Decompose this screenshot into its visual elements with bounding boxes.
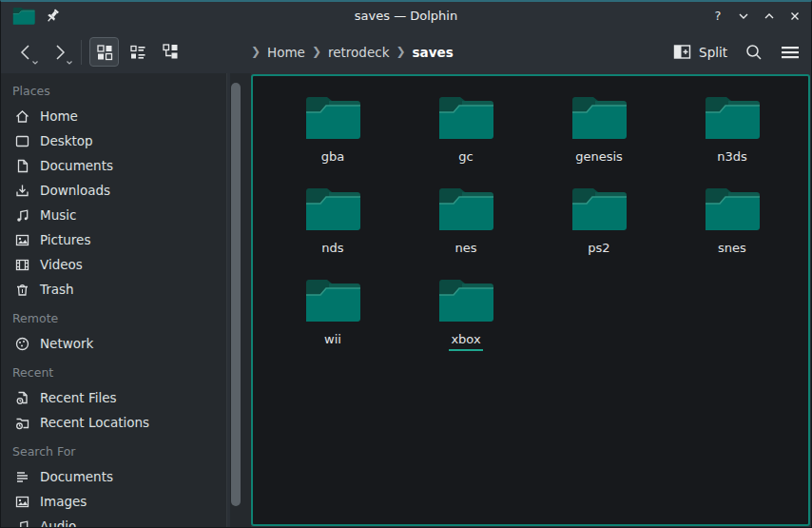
folder-label: nds [319,241,345,260]
folder-label: genesis [573,149,625,168]
folder-item-wii[interactable]: wii [266,268,399,360]
folder-item-nes[interactable]: nes [399,177,532,268]
folder-item-xbox[interactable]: xbox [399,268,532,360]
icons-view-icon [96,44,113,61]
folder-item-snes[interactable]: snes [666,177,799,268]
sidebar-item-label: Home [40,108,78,124]
video-icon [14,257,30,273]
sidebar-item-label: Downloads [40,183,110,198]
toolbar-separator [81,40,82,65]
sidebar-item-videos[interactable]: Videos [1,252,226,277]
music-icon [14,207,30,224]
hamburger-menu-icon [781,45,800,60]
sidebar-item-label: Desktop [40,133,93,148]
sidebar-item-pictures[interactable]: Pictures [1,227,226,252]
sidebar-item-images[interactable]: Images [1,489,226,514]
sidebar-item-label: Recent Files [40,390,117,405]
breadcrumb: ❯ Home❯ retrodeck❯ saves [251,30,454,73]
folder-icon [304,184,361,233]
sidebar-section-title: Recent [1,361,226,385]
details-view-icon [129,44,146,61]
folder-icon [304,92,361,142]
titlebar: saves — Dolphin ? [1,2,811,30]
image-icon [14,494,30,510]
dolphin-window: saves — Dolphin ? [0,0,812,528]
folder-label: snes [716,241,748,260]
back-history-chevron-icon [31,60,39,66]
sidebar-item-audio[interactable]: Audio [1,514,226,527]
breadcrumb-segment[interactable]: Home [267,45,305,60]
sidebar-item-label: Documents [40,158,113,173]
sidebar-item-downloads[interactable]: Downloads [1,178,226,203]
sidebar-item-label: Documents [40,469,113,484]
music-icon [14,518,30,528]
sidebar-item-recent-files[interactable]: Recent Files [1,385,226,410]
folder-item-gc[interactable]: gc [399,86,532,177]
folder-label: wii [322,332,343,351]
sidebar-item-network[interactable]: Network [1,331,226,356]
details-view-button[interactable] [123,37,152,67]
download-icon [14,183,30,199]
home-icon [14,108,30,125]
folder-item-nds[interactable]: nds [266,177,399,268]
folder-label: nes [453,241,478,260]
folder-item-genesis[interactable]: genesis [532,86,666,177]
folder-label: xbox [449,332,482,351]
maximize-button[interactable] [761,8,778,25]
sidebar-item-home[interactable]: Home [1,104,226,128]
recent-file-icon [14,390,30,406]
sidebar-section-title: Search For [1,440,226,464]
sidebar-item-recent-locations[interactable]: Recent Locations [1,410,226,435]
network-icon [14,336,30,352]
folder-icon [704,92,761,142]
search-button[interactable] [744,43,764,62]
folder-view[interactable]: gba gc genesis n3ds nds [251,74,810,526]
folder-label: ps2 [586,241,611,260]
document-icon [14,158,30,174]
folder-icon [437,184,494,233]
folder-item-ps2[interactable]: ps2 [532,177,666,268]
sidebar-item-label: Network [40,336,93,351]
sidebar-item-label: Pictures [40,232,90,247]
sidebar-scrollbar[interactable] [230,73,251,527]
minimize-button[interactable] [735,8,752,25]
sidebar-item-label: Images [40,494,87,509]
sidebar-scrollbar-handle[interactable] [231,83,241,506]
toolbar-right: Split [673,30,800,73]
image-icon [14,232,30,248]
sidebar-item-music[interactable]: Music [1,203,226,227]
breadcrumb-separator-icon: ❯ [312,45,321,58]
tree-view-button[interactable] [156,37,185,67]
split-button[interactable]: Split [673,44,727,60]
text-lines-icon [14,469,30,485]
breadcrumb-current[interactable]: saves [413,45,454,60]
close-button[interactable] [786,8,803,25]
folder-item-n3ds[interactable]: n3ds [666,86,799,177]
trash-icon [14,282,30,298]
folder-icon [704,184,761,233]
breadcrumb-separator-icon: ❯ [251,45,261,58]
sidebar-item-desktop[interactable]: Desktop [1,128,226,153]
folder-icon [437,275,494,324]
sidebar-item-documents[interactable]: Documents [1,464,226,489]
forward-button[interactable] [47,38,73,67]
back-button[interactable] [12,38,39,67]
menu-button[interactable] [781,45,800,60]
icons-view-button[interactable] [89,37,119,67]
tree-view-icon [162,43,180,61]
folder-label: gba [319,149,346,168]
folder-icon [570,184,628,233]
sidebar-item-label: Recent Locations [40,415,149,430]
window-controls: ? [709,2,803,30]
sidebar-item-label: Audio [40,518,76,527]
desktop-icon [14,133,30,149]
breadcrumb-separator-icon: ❯ [396,45,405,58]
help-button[interactable]: ? [709,8,726,25]
folder-icon [570,92,628,142]
breadcrumb-segment[interactable]: retrodeck [328,45,389,60]
sidebar-item-documents[interactable]: Documents [1,153,226,178]
folder-label: n3ds [715,149,749,168]
sidebar-item-trash[interactable]: Trash [1,277,226,302]
folder-item-gba[interactable]: gba [266,86,399,177]
places-panel: Places Home Desktop Documents Downloads … [1,73,227,527]
